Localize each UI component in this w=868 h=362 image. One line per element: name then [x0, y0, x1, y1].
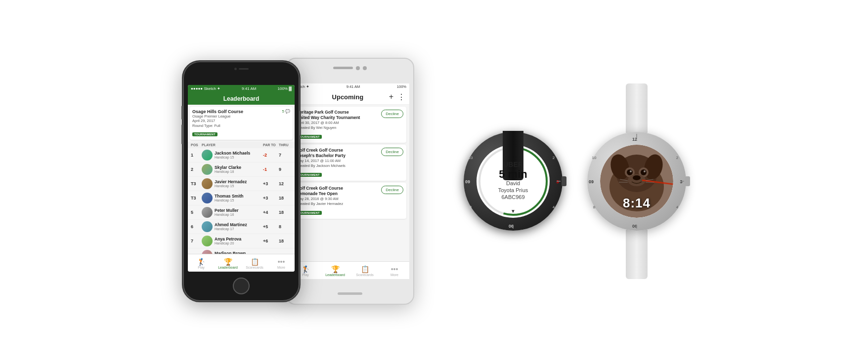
player-pos: 5	[191, 210, 202, 215]
table-row[interactable]: T3 Javier Hernadez Handicap 15 +3 12	[188, 177, 295, 191]
uber-vehicle: Toyota Prius	[498, 187, 528, 194]
event-creator: Created By Javier Hernadez	[297, 201, 378, 207]
player-thru: 8	[279, 224, 292, 229]
leaderboard-header-row: POS PLAYER PAR TO THRU	[188, 142, 295, 148]
iphone-header-title: Leaderboard	[223, 95, 260, 102]
round-type: Round Type: Full	[192, 123, 243, 128]
course-date: April 29, 2017	[192, 119, 243, 123]
event-card-row: Golf Creek Golf Course Joseph's Bachelor…	[297, 148, 403, 178]
android-speaker	[333, 67, 353, 69]
sensor	[363, 66, 367, 70]
table-row[interactable]: 6 Ahmed Martinez Handicap 17 +5 8	[188, 220, 295, 234]
nav-play[interactable]: 🏌 Play	[188, 257, 215, 269]
svg-point-43	[644, 170, 646, 172]
svg-point-42	[630, 170, 632, 172]
android-battery: 100%	[397, 84, 406, 89]
svg-text:4: 4	[676, 205, 679, 209]
svg-text:4: 4	[553, 205, 555, 209]
player-score: -1	[263, 167, 279, 172]
course-card[interactable]: Osage Hills Golf Course Osage Premier Le…	[190, 107, 293, 140]
svg-text:8: 8	[593, 205, 596, 209]
uber-driver: David	[498, 180, 528, 187]
leaderboard-icon: 🏆	[331, 266, 340, 273]
avatar	[202, 207, 213, 218]
event-date: May 14, 2017 @ 11:00 AM	[297, 159, 378, 164]
android-app-header: Upcoming + ⋮	[291, 90, 409, 105]
uber-eta: 5 min	[498, 169, 528, 180]
vol-down-button	[181, 124, 183, 144]
player-score: +4	[263, 210, 279, 215]
avatar	[202, 193, 213, 203]
android-nav-leaderboard[interactable]: 🏆 Leaderboard	[320, 264, 350, 277]
event-creator: Created By Jackson Michaels	[297, 163, 378, 169]
player-handicap: Handicap 20	[215, 241, 241, 245]
player-name: Javier Hernadez	[215, 179, 247, 184]
iphone-status-bar: ●●●●● Sketch ✦ 9:41 AM 100% ▓	[188, 85, 295, 93]
android-time: 9:41 AM	[347, 84, 360, 89]
android-bottom-nav: 🏌 Play 🏆 Leaderboard 📋 Scorecards ••• Mo…	[291, 261, 409, 279]
watch-strap-bottom-white	[626, 230, 648, 279]
svg-point-41	[641, 169, 647, 175]
svg-text:10: 10	[469, 156, 473, 160]
player-score: +3	[263, 196, 279, 201]
player-thru: 18	[279, 196, 292, 201]
iphone-app-header: Leaderboard	[188, 93, 295, 105]
nav-leaderboard[interactable]: 🏆 Leaderboard	[215, 257, 241, 269]
android-device: Sketch ✦ 9:41 AM 100% Upcoming + ⋮	[286, 58, 414, 305]
svg-text:09: 09	[465, 179, 470, 184]
nav-label: Play	[302, 273, 309, 277]
event-course: Golf Creek Golf Course	[297, 148, 378, 153]
decline-button[interactable]: Decline	[381, 110, 403, 118]
table-row[interactable]: 7 Anya Petrova Handicap 20 +6 18	[188, 234, 295, 248]
list-item[interactable]: Golf Creek Golf Course Lemonade Tee Open…	[294, 183, 406, 219]
decline-button[interactable]: Decline	[381, 148, 403, 156]
event-card-row: Heritage Park Golf Course United Way Cha…	[297, 110, 403, 140]
table-row[interactable]: 2 Skylar Clarke Handicap 18 -1 9	[188, 162, 295, 177]
player-info: Javier Hernadez Handicap 15	[202, 178, 263, 189]
nav-more[interactable]: ••• More	[268, 257, 295, 269]
player-thru: 12	[279, 181, 292, 186]
player-name: Ahmed Martinez	[215, 222, 247, 227]
watches-container: 12 2 3 4 06 8 09 10 APPROA	[464, 83, 686, 279]
home-button[interactable]	[233, 278, 250, 294]
player-thru: 9	[279, 167, 292, 172]
android-nav-scorecards[interactable]: 📋 Scorecards	[350, 264, 380, 277]
add-event-button[interactable]: +	[389, 92, 393, 101]
player-handicap: Handicap 17	[215, 227, 247, 231]
nav-scorecards-label: Scorecards	[246, 266, 263, 269]
player-info: Jackson Michaels Handicap 15	[202, 150, 263, 161]
list-item[interactable]: Golf Creek Golf Course Joseph's Bachelor…	[294, 145, 406, 181]
player-handicap: Handicap 18	[215, 170, 241, 173]
header-player: PLAYER	[202, 143, 263, 147]
player-thru: 7	[279, 153, 292, 158]
time-label: 9:41 AM	[242, 86, 256, 91]
watch-face-dog: 8:14	[600, 145, 673, 218]
player-score: +3	[263, 181, 279, 186]
android-status-bar: Sketch ✦ 9:41 AM 100%	[291, 83, 409, 90]
play-icon: 🏌	[197, 258, 206, 265]
header-parto: PAR TO	[263, 143, 279, 147]
table-row[interactable]: T3 Thomas Smith Handicap 15 +3 18	[188, 191, 295, 205]
down-arrow-icon: ▼	[511, 208, 516, 214]
player-info: Peter Muller Handicap 16	[202, 207, 263, 218]
nav-more-label: More	[277, 266, 285, 269]
table-row[interactable]: 1 Jackson Michaels Handicap 15 -2 7	[188, 148, 295, 162]
menu-button[interactable]: ⋮	[397, 92, 405, 102]
more-icon: •••	[278, 258, 285, 265]
decline-button[interactable]: Decline	[381, 186, 403, 194]
player-handicap: Handicap 15	[215, 184, 247, 188]
player-name: Skylar Clarke	[215, 165, 241, 170]
scorecards-icon: 📋	[361, 266, 369, 273]
android-nav-more[interactable]: ••• More	[380, 264, 409, 277]
player-name: Anya Petrova	[215, 237, 241, 241]
avatar	[202, 236, 213, 246]
watch-crown	[562, 176, 566, 186]
league-name: Osage Premier League	[192, 114, 243, 119]
event-card-row: Golf Creek Golf Course Lemonade Tee Open…	[297, 186, 403, 216]
speaker	[239, 68, 249, 70]
nav-scorecards[interactable]: 📋 Scorecards	[241, 257, 268, 269]
player-score: +5	[263, 224, 279, 229]
table-row[interactable]: 5 Peter Muller Handicap 16 +4 18	[188, 205, 295, 220]
carrier-label: ●●●●● Sketch ✦	[191, 86, 220, 91]
list-item[interactable]: Heritage Park Golf Course United Way Cha…	[294, 107, 406, 143]
